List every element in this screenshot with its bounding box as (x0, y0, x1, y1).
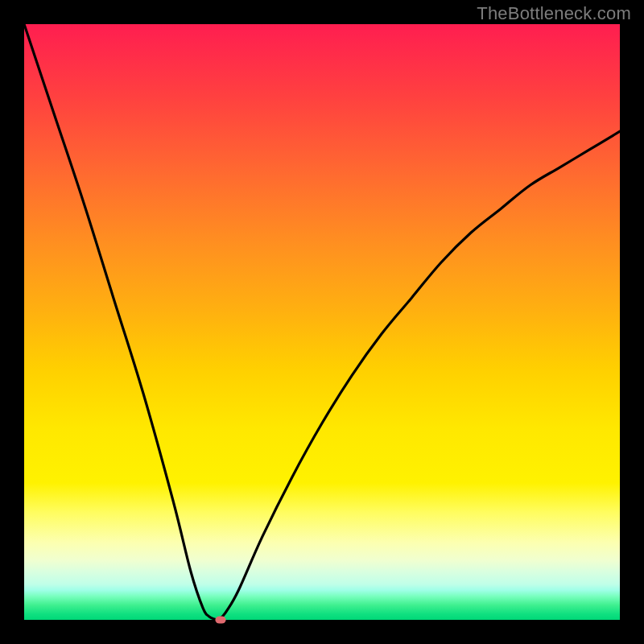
plot-area (24, 24, 620, 620)
optimal-point-marker (216, 617, 226, 624)
chart-frame: TheBottleneck.com (0, 0, 644, 644)
attribution-text: TheBottleneck.com (477, 3, 631, 24)
bottleneck-curve (24, 24, 620, 620)
